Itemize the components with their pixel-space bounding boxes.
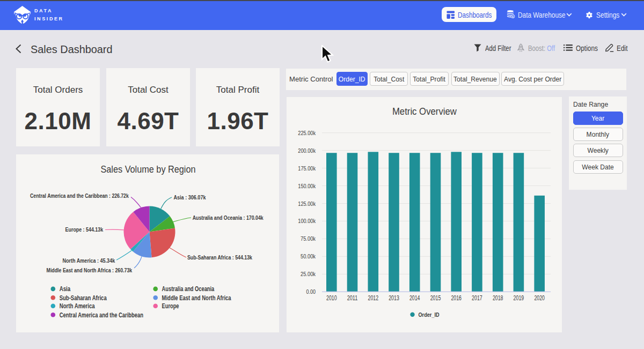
svg-text:2018: 2018 (493, 294, 503, 302)
svg-text:Sub-Saharan Africa : 544.13k: Sub-Saharan Africa : 544.13k (187, 254, 252, 261)
svg-text:Australia and Oceania: Australia and Oceania (162, 285, 215, 293)
svg-text:150.00k: 150.00k (298, 183, 316, 189)
svg-text:50.00k: 50.00k (301, 253, 316, 259)
svg-text:Order_ID: Order_ID (419, 311, 440, 318)
svg-text:Europe : 544.13k: Europe : 544.13k (65, 226, 104, 233)
svg-text:2012: 2012 (368, 294, 379, 302)
svg-text:2017: 2017 (472, 294, 482, 302)
svg-text:Middle East and North Africa: Middle East and North Africa (162, 294, 231, 302)
svg-text:Sub-Saharan Africa: Sub-Saharan Africa (60, 294, 107, 302)
svg-text:125.00k: 125.00k (298, 201, 316, 207)
svg-text:Middle East and North Africa :: Middle East and North Africa : 260.73k (47, 267, 133, 273)
svg-text:175.00k: 175.00k (298, 165, 316, 172)
svg-text:2010: 2010 (326, 294, 337, 302)
svg-text:25.00k: 25.00k (301, 271, 316, 277)
svg-text:100.00k: 100.00k (298, 218, 316, 224)
svg-text:Central America and the Caribb: Central America and the Caribbean (60, 311, 143, 319)
svg-text:Europe: Europe (162, 302, 179, 310)
svg-text:2016: 2016 (451, 294, 462, 302)
svg-text:Central America and the Caribb: Central America and the Caribbean : 226.… (30, 192, 129, 199)
svg-text:Australia and Oceania : 170.04: Australia and Oceania : 170.04k (193, 214, 264, 221)
svg-text:2013: 2013 (389, 294, 399, 302)
svg-text:2011: 2011 (347, 294, 358, 302)
svg-text:225.00k: 225.00k (298, 130, 316, 136)
svg-text:200.00k: 200.00k (298, 147, 316, 154)
svg-text:75.00k: 75.00k (301, 235, 316, 242)
svg-text:2014: 2014 (409, 294, 420, 302)
svg-text:Metric Overview: Metric Overview (392, 106, 457, 117)
svg-text:2019: 2019 (514, 294, 524, 302)
svg-text:Asia : 306.07k: Asia : 306.07k (174, 194, 206, 201)
svg-text:2015: 2015 (430, 294, 441, 302)
svg-text:2020: 2020 (534, 294, 545, 302)
svg-text:0.00: 0.00 (306, 288, 316, 295)
svg-text:North America: North America (60, 302, 95, 310)
svg-text:North America : 45.34k: North America : 45.34k (63, 257, 115, 264)
svg-text:Asia: Asia (60, 285, 71, 293)
svg-text:Sales Volume by Region: Sales Volume by Region (101, 164, 196, 175)
